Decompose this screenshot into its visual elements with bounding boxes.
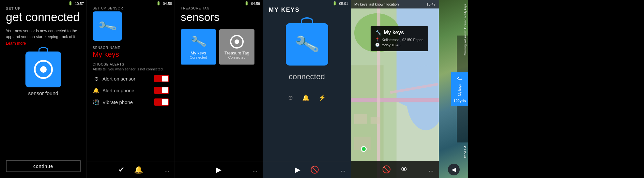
map-status-bar: My keys last known location 10:47: [351, 0, 439, 8]
panel-photo-vertical: Showing last known location of My keys 🏷…: [439, 0, 468, 178]
more-dots-3[interactable]: ...: [253, 166, 257, 173]
sensor-name-label: SENSOR NAME: [93, 46, 169, 50]
toggle-knob-phone: [162, 87, 168, 93]
battery-icon-1: 🔋: [68, 1, 73, 6]
alert-vibrate-left: 📳 Vibrate phone: [93, 99, 133, 105]
battery-icon-2: 🔋: [156, 1, 161, 6]
sensor-icon-4[interactable]: ⊙: [288, 94, 293, 101]
time-3: 04:59: [251, 2, 260, 6]
vibrate-phone-text: Vibrate phone: [102, 99, 133, 105]
sensor-name-value[interactable]: My keys: [93, 50, 169, 59]
connected-sensor-box: 🔧: [286, 23, 328, 66]
battery-icon-3: 🔋: [244, 1, 249, 6]
tag-tile-icon: [230, 35, 244, 49]
play-icon-3[interactable]: ▶: [216, 166, 222, 174]
bell-icon-4[interactable]: 🔔: [302, 94, 309, 101]
map-bottom-bar: 🚫 👁 ...: [351, 161, 439, 178]
sensor-tile-mykeys[interactable]: 🔧 My keys Connected: [181, 29, 216, 65]
status-bar-3: 🔋 04:59: [244, 1, 260, 6]
alert-sensor-left: ⊙ Alert on sensor: [93, 76, 135, 82]
vibrate-alert-icon: 📳: [93, 99, 100, 105]
bell-icon[interactable]: 🔔: [134, 166, 143, 174]
page-title-3: sensors: [181, 11, 257, 23]
map-status-time: 10:47: [426, 2, 436, 6]
popup-name: My keys: [384, 30, 404, 36]
panel-mykeys-connected: 🔋 05:01 MY KEYS 🔧 connected ⊙ 🔔 ⚡ ▶ 🚫 ..…: [263, 0, 351, 178]
status-bar-4: 🔋 05:01: [332, 1, 348, 6]
sensors-grid: 🔧 My keys Connected Treasure Tag Connect…: [181, 29, 257, 65]
map-popup: 🔧 My keys 📍 Keilaterassi, 02150 Espoo 🕐 …: [371, 26, 428, 51]
location-icon: 📍: [375, 37, 380, 42]
status-bar-1: 🔋 10:57: [68, 1, 84, 6]
mykeys-tile-label: My keys: [191, 51, 206, 55]
toggle-knob-vibrate: [162, 99, 168, 105]
map-status-title: My keys last known location: [354, 2, 399, 6]
map-location-dot: [361, 146, 367, 152]
sensor-target-icon: [34, 60, 53, 79]
time-2: 04:58: [163, 2, 172, 6]
alert-vibrate-toggle[interactable]: [154, 98, 169, 106]
tag-tile-status: Connected: [228, 55, 245, 59]
sensor-icon-box: 🔧: [93, 11, 122, 41]
more-dots-2[interactable]: ...: [164, 166, 169, 173]
page-title-4: MY KEYS: [269, 7, 300, 13]
learn-more-link[interactable]: Learn more: [6, 41, 81, 46]
mykeys-tile-status: Connected: [190, 55, 207, 59]
more-dots-4[interactable]: ...: [341, 166, 345, 173]
popup-time: today 10:46: [382, 43, 401, 47]
setup-label-2: SET UP SENSOR: [93, 7, 169, 10]
tag-tab-icon: 🏷: [457, 76, 462, 82]
panel-setup-sensor: 🔋 04:58 SET UP SENSOR 🔧 SENSOR NAME My k…: [86, 0, 175, 178]
alerts-description: Alerts tell you when sensor is not conne…: [93, 67, 169, 71]
battery-icon-4: 🔋: [332, 1, 337, 6]
status-bar-2: 🔋 04:58: [156, 1, 172, 6]
choose-alerts-label: CHOOSE ALERTS: [93, 63, 169, 66]
connected-wrench-icon: 🔧: [293, 31, 321, 58]
popup-address-row: 📍 Keilaterassi, 02150 Espoo: [375, 37, 423, 42]
lightning-icon-4[interactable]: ⚡: [318, 94, 326, 101]
no-icon-4[interactable]: 🚫: [310, 166, 319, 174]
more-dots-map[interactable]: ...: [429, 166, 434, 173]
alert-on-phone-text: Alert on phone: [102, 88, 134, 93]
alert-phone-toggle[interactable]: [154, 87, 169, 94]
mykeys-tile-info: My keys Connected: [190, 51, 207, 59]
page-title-1: get connected: [6, 11, 81, 23]
tab-label: My keys: [458, 84, 462, 96]
mykeys-tile-icon: 🔧: [190, 33, 207, 50]
tag-tile-label: Treasure Tag: [224, 51, 249, 55]
eye-icon-map[interactable]: 👁: [401, 165, 408, 174]
bottom-bar-2: ✔ 🔔 ...: [87, 161, 175, 178]
alert-row-sensor: ⊙ Alert on sensor: [93, 75, 169, 82]
sensor-tile-tag[interactable]: Treasure Tag Connected: [219, 29, 254, 65]
app-label-3: TREASURE TAG: [181, 7, 257, 10]
bottom-bar-4: ▶ 🚫 ...: [263, 161, 351, 178]
check-icon[interactable]: ✔: [118, 166, 124, 174]
compass-icon: ◀: [452, 166, 456, 173]
alert-row-phone: 🔔 Alert on phone: [93, 87, 169, 94]
bottom-bar-3: ▶ ...: [175, 161, 263, 178]
sidebar-tab[interactable]: 🏷 My keys 190yds: [451, 72, 468, 106]
description-1: Your new sensor is now connected to the …: [6, 28, 81, 40]
play-icon-4[interactable]: ▶: [295, 166, 300, 174]
svg-rect-10: [354, 114, 367, 124]
sensor-graphic: [6, 52, 81, 87]
found-label: sensor found: [6, 91, 81, 96]
popup-time-row: 🕐 today 10:46: [375, 43, 423, 47]
popup-address: Keilaterassi, 02150 Espoo: [382, 38, 423, 42]
popup-icon: 🔧: [375, 29, 382, 36]
alert-phone-left: 🔔 Alert on phone: [93, 87, 134, 94]
connected-label: connected: [289, 72, 325, 81]
no-icon-map[interactable]: 🚫: [382, 165, 391, 174]
distance-label: 190yds: [453, 98, 466, 102]
alert-on-sensor-text: Alert on sensor: [102, 76, 135, 82]
navigation-circle[interactable]: ◀: [448, 164, 460, 175]
map-popup-title: 🔧 My keys: [375, 29, 423, 36]
time-1: 10:57: [75, 2, 84, 6]
alert-sensor-toggle[interactable]: [154, 75, 169, 82]
clock-icon: 🕐: [375, 43, 380, 47]
setup-label-1: SET UP: [6, 7, 81, 10]
toggle-knob-sensor: [162, 76, 168, 82]
panel4-bottom-icons: ⊙ 🔔 ⚡: [288, 94, 326, 101]
photo-time: 12:34 AM: [464, 146, 467, 158]
continue-button[interactable]: continue: [6, 160, 81, 172]
